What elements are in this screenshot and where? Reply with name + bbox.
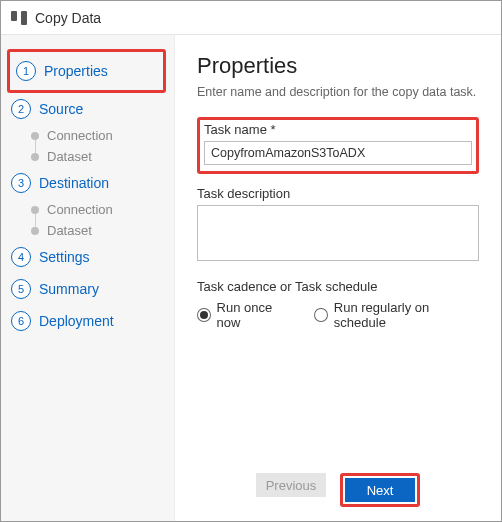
radio-run-schedule[interactable] [314,308,328,322]
step-number: 6 [11,311,31,331]
step-summary[interactable]: 5 Summary [11,273,174,305]
substep-label: Connection [47,202,113,217]
step-label: Settings [39,249,90,265]
wizard-sidebar: 1 Properties 2 Source Connection Dataset… [1,35,175,521]
step-label: Destination [39,175,109,191]
substep-label: Dataset [47,223,92,238]
step-number: 5 [11,279,31,299]
copy-data-icon [11,11,27,25]
dot-icon [31,206,39,214]
radio-label: Run regularly on schedule [334,300,479,330]
step-properties[interactable]: 1 Properties [16,55,157,87]
step-label: Source [39,101,83,117]
step-label: Summary [39,281,99,297]
dot-icon [31,227,39,235]
step-source-substeps: Connection Dataset [27,125,174,167]
dot-icon [31,132,39,140]
step-destination[interactable]: 3 Destination [11,167,174,199]
next-button[interactable]: Next [345,478,415,502]
task-description-label: Task description [197,186,479,201]
task-name-input[interactable] [204,141,472,165]
wizard-footer: Previous Next [197,463,479,507]
radio-label: Run once now [217,300,297,330]
step-number: 3 [11,173,31,193]
page-heading: Properties [197,53,479,79]
main-layout: 1 Properties 2 Source Connection Dataset… [1,35,501,521]
dot-icon [31,153,39,161]
task-cadence-label: Task cadence or Task schedule [197,279,479,294]
substep-label: Connection [47,128,113,143]
substep-connection[interactable]: Connection [31,199,174,220]
task-name-label: Task name * [204,122,472,137]
step-label: Properties [44,63,108,79]
cadence-run-once[interactable]: Run once now [197,300,296,330]
highlight-properties-step: 1 Properties [7,49,166,93]
cadence-run-schedule[interactable]: Run regularly on schedule [314,300,479,330]
titlebar: Copy Data [1,1,501,35]
step-deployment[interactable]: 6 Deployment [11,305,174,337]
step-number: 1 [16,61,36,81]
step-destination-substeps: Connection Dataset [27,199,174,241]
task-cadence-options: Run once now Run regularly on schedule [197,300,479,330]
content-panel: Properties Enter name and description fo… [175,35,501,521]
radio-run-once[interactable] [197,308,211,322]
substep-connection[interactable]: Connection [31,125,174,146]
page-subtitle: Enter name and description for the copy … [197,85,479,99]
substep-dataset[interactable]: Dataset [31,146,174,167]
step-settings[interactable]: 4 Settings [11,241,174,273]
step-label: Deployment [39,313,114,329]
step-source[interactable]: 2 Source [11,93,174,125]
step-number: 4 [11,247,31,267]
previous-button: Previous [256,473,326,497]
substep-dataset[interactable]: Dataset [31,220,174,241]
app-title: Copy Data [35,10,101,26]
step-number: 2 [11,99,31,119]
highlight-task-name: Task name * [197,117,479,174]
substep-label: Dataset [47,149,92,164]
highlight-next-button: Next [340,473,420,507]
task-description-input[interactable] [197,205,479,261]
